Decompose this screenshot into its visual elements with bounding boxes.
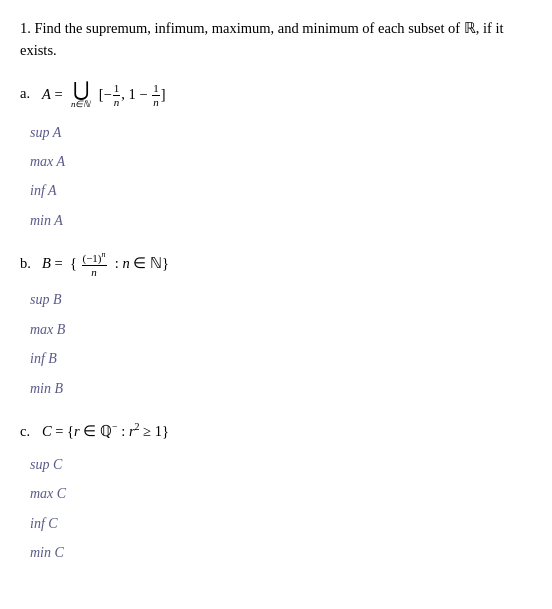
part-c-min: min C [30,542,532,564]
part-c-max: max C [30,483,532,505]
problem-title: 1. Find the supremum, infimum, maximum, … [20,18,532,62]
part-a-letter: a. [20,80,38,106]
part-a-answers: sup A max A inf A min A [30,122,532,233]
part-a-label: a. A = ⋃ n∈ℕ [−1n, 1 − 1n] [20,80,532,112]
part-a-expr: A = ⋃ n∈ℕ [−1n, 1 − 1n] [42,80,165,112]
part-a-inf: inf A [30,180,532,202]
part-b-answers: sup B max B inf B min B [30,289,532,400]
part-b: b. B = { (−1)n n : n ∈ ℕ} sup B max B in… [20,250,532,400]
part-c-inf: inf C [30,513,532,535]
part-b-inf: inf B [30,348,532,370]
part-a-max: max A [30,151,532,173]
part-b-max: max B [30,319,532,341]
part-b-sup: sup B [30,289,532,311]
part-b-expr: B = { (−1)n n : n ∈ ℕ} [42,250,169,279]
part-c-answers: sup C max C inf C min C [30,454,532,565]
part-c-expr: C = {r ∈ ℚ− : r2 ≥ 1} [42,418,169,444]
part-c-letter: c. [20,418,38,444]
part-c: c. C = {r ∈ ℚ− : r2 ≥ 1} sup C max C inf… [20,418,532,565]
part-b-min: min B [30,378,532,400]
part-b-letter: b. [20,250,38,276]
part-c-label: c. C = {r ∈ ℚ− : r2 ≥ 1} [20,418,532,444]
problem-number: 1. [20,20,31,36]
part-b-label: b. B = { (−1)n n : n ∈ ℕ} [20,250,532,279]
part-c-sup: sup C [30,454,532,476]
part-a-sup: sup A [30,122,532,144]
part-a: a. A = ⋃ n∈ℕ [−1n, 1 − 1n] sup A max A i… [20,80,532,233]
part-a-min: min A [30,210,532,232]
